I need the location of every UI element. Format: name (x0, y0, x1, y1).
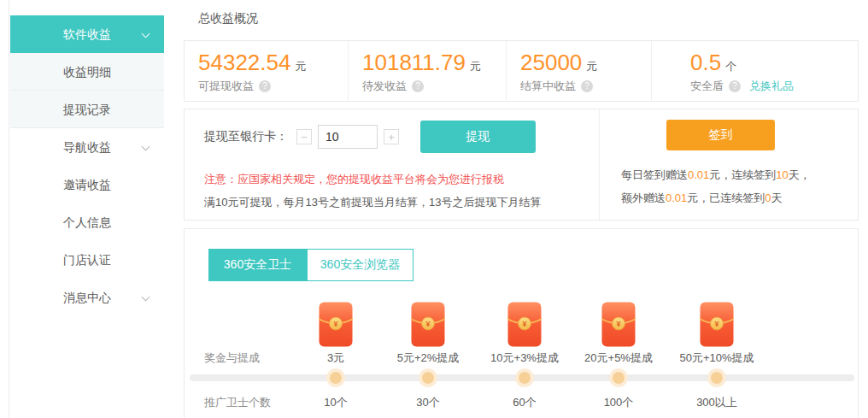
stat-label: 安全盾 (690, 79, 724, 94)
signin-panel: 签到 每日签到赠送0.01元，连续签到10天， 额外赠送0.01元，已连续签到0… (599, 109, 858, 220)
sidebar-item-label: 提现记录 (63, 103, 111, 116)
minus-button[interactable]: − (296, 129, 312, 144)
sidebar-item-label: 门店认证 (63, 253, 111, 267)
red-envelope-icon: ¥ (507, 302, 542, 347)
sidebar-item-navigation-revenue[interactable]: 导航收益 (10, 128, 164, 166)
sidebar-item-withdraw-records[interactable]: 提现记录 (10, 91, 164, 128)
sidebar-item-revenue-detail[interactable]: 收益明细 (10, 53, 164, 91)
bonus-row-label: 奖金与提成 (204, 350, 260, 366)
withdraw-panel: 提现至银行卡： − + 提现 注意：应国家相关规定，您的提现收益平台将会为您进行… (185, 109, 599, 220)
stat-unit: 元 (586, 60, 597, 73)
withdraw-rules-note: 满10元可提现，每月13号之前提现当月结算，13号之后提现下月结算 (204, 195, 541, 210)
product-tabs: 360安全卫士 360安全浏览器 (208, 249, 413, 281)
stat-label: 结算中收益 (520, 79, 576, 94)
stat-pending: 101811.79元 待发收益? (349, 41, 507, 101)
sidebar-item-label: 个人信息 (63, 215, 111, 229)
svg-text:¥: ¥ (333, 320, 337, 328)
signin-button[interactable]: 签到 (666, 120, 775, 150)
stat-label: 待发收益 (362, 79, 407, 94)
tax-warning-note: 注意：应国家相关规定，您的提现收益平台将会为您进行报税 (204, 172, 504, 187)
progress-dot (609, 368, 628, 387)
svg-text:¥: ¥ (425, 320, 430, 328)
stat-unit: 元 (470, 60, 481, 73)
withdraw-button[interactable]: 提现 (420, 121, 536, 153)
amount-input[interactable] (318, 125, 378, 149)
sidebar-item-label: 收益明细 (63, 65, 111, 79)
sidebar-item-label: 消息中心 (63, 291, 111, 304)
sidebar-item-message-center[interactable]: 消息中心 (10, 279, 164, 316)
stat-value: 0.5 (690, 50, 721, 75)
sidebar-item-label: 邀请收益 (63, 178, 111, 191)
signin-note-line1: 每日签到赠送0.01元，连续签到10天， (621, 163, 811, 186)
sidebar-divider (9, 0, 9, 418)
red-envelope-icon: ¥ (411, 302, 445, 347)
stat-security-shield: 0.5个 安全盾?兑换礼品 (652, 41, 858, 101)
stat-withdrawable: 54322.54元 可提现收益? (185, 41, 349, 101)
sidebar-item-invite-revenue[interactable]: 邀请收益 (10, 166, 164, 203)
red-envelope-icon: ¥ (700, 302, 734, 347)
progress-dot (419, 368, 437, 387)
page: 软件收益 收益明细 提现记录 导航收益 邀请收益 个人信息 门店认证 消息中心 … (0, 0, 868, 418)
stats-card: 54322.54元 可提现收益? 101811.79元 待发收益? 25000元… (184, 40, 859, 102)
signin-notes: 每日签到赠送0.01元，连续签到10天， 额外赠送0.01元，已连续签到0天 (621, 163, 811, 209)
tab-360-safeguard[interactable]: 360安全卫士 (208, 249, 307, 281)
svg-text:¥: ¥ (616, 320, 620, 328)
sidebar-item-store-certification[interactable]: 门店认证 (10, 241, 164, 279)
red-envelope-icon: ¥ (601, 302, 636, 347)
promo-card: 360安全卫士 360安全浏览器 ¥ ¥ ¥ ¥ ¥ 奖金与提成 3元 5元+2… (184, 228, 859, 418)
stat-value: 101811.79 (362, 50, 466, 75)
signin-note-line2: 额外赠送0.01元，已连续签到0天 (621, 186, 811, 209)
withdraw-card: 提现至银行卡： − + 提现 注意：应国家相关规定，您的提现收益平台将会为您进行… (184, 109, 859, 221)
stat-label: 可提现收益 (198, 79, 254, 94)
svg-text:¥: ¥ (522, 320, 526, 328)
chevron-down-icon (142, 143, 150, 151)
stat-value: 25000 (520, 50, 582, 75)
help-icon[interactable]: ? (412, 80, 424, 92)
withdraw-to-bank-label: 提现至银行卡： (204, 129, 288, 144)
sidebar-item-label: 导航收益 (63, 140, 111, 154)
redeem-gift-link[interactable]: 兑换礼品 (749, 79, 794, 94)
chevron-down-icon (142, 30, 150, 38)
progress-dot (515, 368, 534, 387)
red-envelope-icon: ¥ (319, 302, 353, 347)
sidebar-item-software-revenue[interactable]: 软件收益 (10, 15, 164, 53)
page-title: 总收益概况 (198, 11, 258, 26)
tab-360-browser[interactable]: 360安全浏览器 (307, 249, 413, 281)
amount-stepper: − + (296, 125, 399, 149)
progress-dot (707, 368, 726, 387)
count-row-label: 推广卫士个数 (204, 395, 271, 410)
sidebar: 软件收益 收益明细 提现记录 导航收益 邀请收益 个人信息 门店认证 消息中心 (10, 0, 164, 316)
help-icon[interactable]: ? (729, 80, 741, 92)
help-icon[interactable]: ? (259, 80, 271, 92)
progress-dot (326, 368, 345, 387)
svg-text:¥: ¥ (714, 320, 718, 328)
stat-value: 54322.54 (198, 50, 290, 75)
stat-unit: 个 (725, 60, 736, 73)
stat-settling: 25000元 结算中收益? (507, 41, 652, 101)
tier-count: 300以上 (657, 395, 777, 410)
stat-unit: 元 (295, 60, 306, 73)
help-icon[interactable]: ? (581, 80, 593, 92)
tier-bonus: 50元+10%提成 (657, 350, 777, 366)
chevron-down-icon (142, 293, 150, 302)
sidebar-item-label: 软件收益 (63, 27, 111, 41)
plus-button[interactable]: + (384, 129, 399, 144)
sidebar-item-personal-info[interactable]: 个人信息 (10, 203, 164, 241)
